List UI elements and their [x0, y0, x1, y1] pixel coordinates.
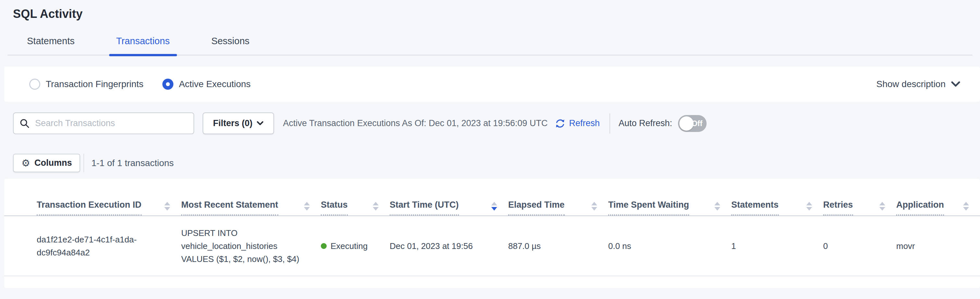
column-header-label: Most Recent Statement — [181, 200, 278, 216]
sort-icon — [879, 202, 885, 211]
auto-refresh-label: Auto Refresh: — [619, 118, 672, 128]
radio-unselected-icon — [29, 78, 40, 90]
cell-status: Executing — [321, 216, 390, 276]
as-of-timestamp: Active Transaction Executions As Of: Dec… — [283, 118, 548, 128]
refresh-button[interactable]: Refresh — [555, 118, 600, 129]
toolbar-divider — [609, 114, 610, 134]
cell-transaction-execution-id: da1f21e2-de71-4c1f-a1da-dc9fc94a84a2 — [4, 216, 181, 276]
column-header-label: Retries — [823, 200, 853, 216]
column-header-label: Transaction Execution ID — [37, 200, 142, 216]
tab-transactions-label: Transactions — [116, 36, 170, 46]
column-header-most-recent-statement[interactable]: Most Recent Statement — [181, 179, 321, 216]
table-row: da1f21e2-de71-4c1f-a1da-dc9fc94a84a2 UPS… — [4, 216, 980, 276]
sort-icon-active-desc — [491, 202, 497, 211]
column-header-label: Application — [896, 200, 944, 216]
transactions-table-card: Transaction Execution ID Most Recent Sta… — [4, 179, 980, 288]
column-header-label: Statements — [731, 200, 779, 216]
column-header-label: Status — [321, 200, 348, 216]
sort-icon — [591, 202, 597, 211]
column-header-statements[interactable]: Statements — [731, 179, 823, 216]
active-tab-indicator — [109, 54, 177, 56]
search-box — [13, 112, 194, 134]
radio-transaction-fingerprints-label: Transaction Fingerprints — [46, 79, 143, 90]
sort-icon — [304, 202, 310, 211]
sort-icon — [714, 202, 720, 211]
cell-start-time: Dec 01, 2023 at 19:56 — [390, 216, 508, 276]
filters-button[interactable]: Filters (0) — [203, 112, 274, 134]
filters-button-label: Filters (0) — [213, 118, 253, 128]
cell-time-spent-waiting: 0.0 ns — [608, 216, 731, 276]
cell-statements: 1 — [731, 216, 823, 276]
columns-button[interactable]: ⚙ Columns — [13, 154, 80, 172]
column-header-label: Start Time (UTC) — [390, 200, 459, 216]
cell-retries: 0 — [823, 216, 896, 276]
view-mode-radio-group: Transaction Fingerprints Active Executio… — [29, 78, 269, 90]
tab-transactions[interactable]: Transactions — [113, 36, 173, 56]
column-header-start-time[interactable]: Start Time (UTC) — [390, 179, 508, 216]
sort-icon — [806, 202, 812, 211]
column-header-transaction-execution-id[interactable]: Transaction Execution ID — [4, 179, 181, 216]
show-description-toggle[interactable]: Show description — [877, 79, 961, 90]
search-input[interactable] — [35, 118, 188, 128]
gear-icon: ⚙ — [21, 157, 30, 169]
column-header-label: Elapsed Time — [508, 200, 565, 216]
columns-button-label: Columns — [34, 158, 72, 168]
status-label: Executing — [331, 240, 368, 253]
results-count: 1-1 of 1 transactions — [91, 158, 174, 168]
radio-active-executions-label: Active Executions — [179, 79, 251, 90]
tab-sessions[interactable]: Sessions — [208, 36, 253, 56]
column-header-status[interactable]: Status — [321, 179, 390, 216]
radio-active-executions[interactable]: Active Executions — [162, 78, 251, 90]
view-mode-card: Transaction Fingerprints Active Executio… — [4, 67, 980, 102]
sql-activity-tabbar: Statements Transactions Sessions — [8, 36, 972, 56]
radio-selected-icon — [162, 78, 173, 90]
tab-statements-label: Statements — [27, 36, 75, 46]
sort-icon — [373, 202, 379, 211]
column-header-elapsed-time[interactable]: Elapsed Time — [508, 179, 608, 216]
table-controls: ⚙ Columns 1-1 of 1 transactions — [13, 154, 980, 172]
status-executing-dot-icon — [321, 243, 327, 249]
refresh-label: Refresh — [569, 118, 600, 128]
transactions-toolbar: Filters (0) Active Transaction Execution… — [13, 112, 980, 134]
auto-refresh-control: Auto Refresh: Off — [619, 115, 706, 132]
cell-most-recent-statement: UPSERT INTO vehicle_location_histories V… — [181, 216, 321, 276]
column-header-time-spent-waiting[interactable]: Time Spent Waiting — [608, 179, 731, 216]
auto-refresh-toggle[interactable]: Off — [678, 115, 706, 132]
controls-divider — [83, 154, 84, 172]
tab-sessions-label: Sessions — [212, 36, 250, 46]
radio-transaction-fingerprints[interactable]: Transaction Fingerprints — [29, 78, 143, 90]
column-header-application[interactable]: Application — [896, 179, 980, 216]
toggle-state-label: Off — [692, 119, 702, 128]
transactions-table: Transaction Execution ID Most Recent Sta… — [4, 179, 980, 276]
page-title: SQL Activity — [0, 0, 980, 21]
column-header-retries[interactable]: Retries — [823, 179, 896, 216]
cell-elapsed-time: 887.0 µs — [508, 216, 608, 276]
show-description-label: Show description — [877, 79, 946, 90]
column-header-label: Time Spent Waiting — [608, 200, 689, 216]
search-icon — [19, 118, 30, 129]
chevron-down-icon — [256, 121, 264, 126]
table-header-row: Transaction Execution ID Most Recent Sta… — [4, 179, 980, 216]
chevron-down-icon — [951, 81, 961, 88]
cell-application: movr — [896, 216, 980, 276]
refresh-icon — [555, 118, 566, 129]
sort-icon — [963, 202, 969, 211]
sort-icon — [164, 202, 170, 211]
tab-statements[interactable]: Statements — [24, 36, 78, 56]
